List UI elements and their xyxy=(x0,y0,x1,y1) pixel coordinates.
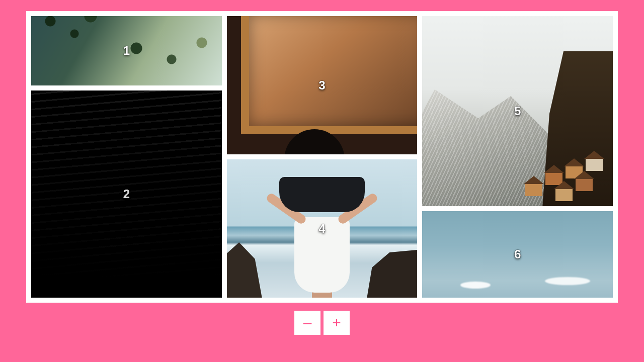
remove-button[interactable]: – xyxy=(294,311,320,335)
add-button[interactable]: + xyxy=(324,311,350,335)
controls: – + xyxy=(294,311,350,335)
tile-label: 2 xyxy=(123,187,130,201)
gallery-column-2: 3 4 xyxy=(227,16,418,298)
gallery-column-1: 1 2 xyxy=(31,16,222,298)
gallery-tile-2[interactable]: 2 xyxy=(31,90,222,298)
gallery-tile-4[interactable]: 4 xyxy=(227,159,418,298)
gallery-tile-3[interactable]: 3 xyxy=(227,16,418,154)
gallery: 1 2 3 4 xyxy=(31,16,613,298)
tile-label: 6 xyxy=(514,247,521,261)
gallery-tile-5[interactable]: 5 xyxy=(422,16,613,206)
minus-icon: – xyxy=(303,315,312,330)
plus-icon: + xyxy=(332,315,341,330)
person-decor xyxy=(292,177,352,298)
tile-label: 1 xyxy=(123,44,130,58)
gallery-frame: 1 2 3 4 xyxy=(26,11,618,303)
rock-decor xyxy=(227,242,262,298)
gallery-tile-6[interactable]: 6 xyxy=(422,211,613,298)
village-decor xyxy=(507,146,608,206)
gallery-column-3: 5 6 xyxy=(422,16,613,298)
gallery-tile-1[interactable]: 1 xyxy=(31,16,222,85)
rock-decor xyxy=(367,247,417,298)
picture-frame-decor xyxy=(241,16,418,134)
